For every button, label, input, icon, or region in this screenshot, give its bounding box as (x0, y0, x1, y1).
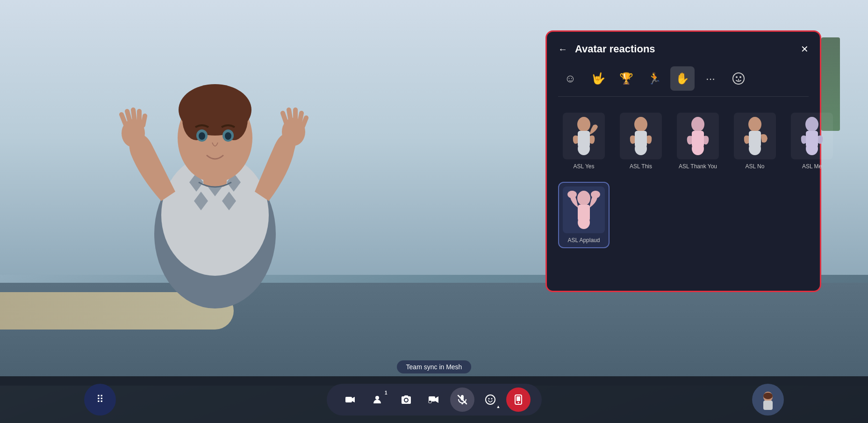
reaction-chevron: ▲ (496, 404, 501, 409)
user-avatar-button[interactable] (752, 384, 784, 416)
session-label: Team sync in Mesh (397, 360, 472, 373)
tab-more[interactable]: ··· (698, 66, 723, 91)
svg-point-39 (692, 142, 704, 155)
panel-header: ← Avatar reactions ✕ (558, 43, 809, 55)
grid-button[interactable]: ⠿ (84, 384, 116, 416)
svg-line-24 (289, 110, 291, 121)
reaction-button[interactable]: ▲ (478, 387, 502, 412)
svg-point-31 (577, 117, 590, 132)
svg-point-49 (591, 191, 600, 198)
reaction-label-asl-this: ASL This (630, 163, 652, 170)
category-tabs: ☺ 🤟 🏆 🏃 ✋ ··· (558, 66, 809, 97)
bottom-bar: ⠿ 1 (0, 376, 868, 423)
mic-muted-icon (457, 394, 468, 405)
svg-point-53 (405, 399, 408, 401)
avatar-character (103, 37, 327, 308)
session-label-text: Team sync in Mesh (406, 363, 462, 371)
reaction-icon (485, 394, 496, 405)
reaction-label-asl-yes: ASL Yes (574, 163, 595, 170)
people-icon (373, 394, 384, 405)
grid-icon: ⠿ (96, 394, 104, 406)
tab-face[interactable] (726, 66, 751, 91)
svg-point-36 (635, 142, 647, 155)
svg-point-57 (486, 395, 495, 404)
tab-emoji[interactable]: ☺ (558, 66, 582, 91)
svg-point-62 (517, 402, 519, 403)
reaction-avatar-asl-applaud (563, 186, 605, 233)
back-icon: ← (558, 44, 567, 55)
back-button[interactable]: ← (558, 44, 567, 55)
share-icon (513, 394, 524, 405)
mic-button[interactable] (450, 387, 474, 412)
share-button[interactable] (506, 387, 531, 412)
reaction-avatar-asl-this (620, 113, 662, 159)
svg-point-48 (567, 191, 577, 198)
reaction-label-asl-thank-you: ASL Thank You (679, 163, 717, 170)
svg-point-59 (491, 398, 492, 400)
reaction-avatar-asl-yes (563, 113, 605, 159)
svg-point-65 (763, 393, 773, 399)
svg-point-30 (739, 76, 741, 78)
panel-title: Avatar reactions (575, 43, 655, 55)
reaction-asl-yes[interactable]: ASL Yes (558, 108, 610, 174)
reaction-grid-row2: ASL Applaud (558, 182, 809, 248)
close-icon: ✕ (801, 43, 809, 55)
video-overlay-icon (428, 394, 440, 405)
svg-line-27 (303, 118, 306, 126)
reaction-avatar-asl-no (734, 113, 776, 159)
svg-point-46 (577, 191, 590, 206)
tab-love[interactable]: 🤟 (586, 66, 610, 91)
user-avatar-icon (756, 387, 780, 412)
reaction-grid-row1: ASL Yes ASL This (558, 108, 809, 174)
tab-gesture[interactable]: 🏃 (642, 66, 667, 91)
reaction-label-asl-me: ASL Me (802, 163, 822, 170)
video-overlay-button[interactable] (422, 387, 446, 412)
panel-header-left: ← Avatar reactions (558, 43, 655, 55)
camera-button[interactable] (394, 387, 418, 412)
reaction-avatar-asl-thank-you (677, 113, 719, 159)
reaction-asl-applaud[interactable]: ASL Applaud (558, 182, 610, 248)
svg-point-34 (634, 117, 647, 132)
reaction-asl-me[interactable]: ASL Me (786, 108, 838, 174)
reaction-asl-this[interactable]: ASL This (615, 108, 667, 174)
people-button[interactable]: 1 (366, 387, 390, 412)
reaction-asl-no[interactable]: ASL No (729, 108, 781, 174)
svg-line-21 (143, 116, 145, 125)
svg-line-17 (122, 115, 125, 124)
video-icon (344, 394, 356, 405)
svg-point-42 (749, 142, 761, 155)
svg-rect-51 (345, 397, 352, 402)
reaction-asl-thank-you[interactable]: ASL Thank You (672, 108, 724, 174)
tab-trophy[interactable]: 🏆 (614, 66, 638, 91)
reaction-label-asl-applaud: ASL Applaud (568, 237, 600, 244)
people-count-badge: 1 (385, 390, 387, 395)
svg-point-45 (806, 142, 818, 155)
reaction-label-asl-no: ASL No (746, 163, 765, 170)
video-button[interactable] (338, 387, 362, 412)
reactions-panel: ← Avatar reactions ✕ ☺ 🤟 🏆 🏃 ✋ ··· (545, 30, 821, 292)
svg-point-29 (736, 76, 738, 78)
svg-point-15 (225, 132, 231, 140)
svg-rect-61 (516, 396, 520, 401)
svg-point-52 (375, 396, 379, 400)
svg-line-19 (133, 110, 135, 121)
svg-point-40 (748, 117, 761, 132)
svg-line-18 (127, 111, 130, 122)
svg-point-50 (578, 216, 590, 229)
toolbar-pill: 1 (327, 384, 542, 416)
svg-line-23 (283, 113, 286, 122)
reaction-avatar-asl-me (791, 113, 833, 159)
svg-point-43 (805, 117, 818, 132)
camera-icon (401, 394, 412, 405)
svg-line-26 (300, 113, 301, 122)
svg-point-14 (199, 132, 205, 140)
close-button[interactable]: ✕ (801, 43, 809, 55)
svg-point-37 (691, 117, 704, 132)
tab-hand[interactable]: ✋ (670, 66, 695, 91)
svg-point-58 (488, 398, 489, 400)
svg-point-33 (578, 142, 590, 155)
svg-rect-55 (429, 401, 431, 403)
